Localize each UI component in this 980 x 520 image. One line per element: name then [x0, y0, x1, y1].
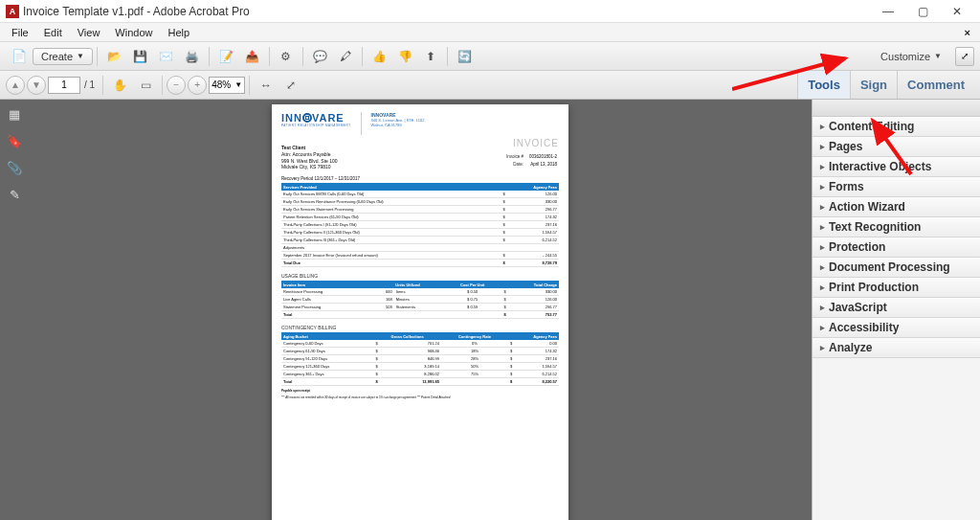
services-table: Services ProvidedAgency Fees Early Out S… [281, 183, 559, 267]
logo: INNVARE [281, 112, 351, 124]
panel-document-processing[interactable]: ▸Document Processing [813, 258, 980, 278]
toolbar-secondary: ▲ ▼ / 1 ✋ ▭ − + 48%▼ ↔ ⤢ Tools Sign Comm… [0, 71, 980, 100]
close-button[interactable]: ✕ [940, 1, 974, 22]
acrobat-icon: A [6, 5, 19, 18]
edit-doc-icon[interactable]: 📝 [215, 46, 237, 67]
bookmarks-icon[interactable]: 🔖 [6, 132, 23, 149]
page-total-label: / 1 [80, 79, 99, 90]
hand-tool-icon[interactable]: ✋ [109, 75, 131, 96]
thumbnails-icon[interactable]: ▦ [6, 105, 23, 123]
payable-note: Payable upon receipt [281, 390, 559, 394]
signatures-icon[interactable]: ✎ [6, 186, 23, 203]
menu-window[interactable]: Window [107, 25, 160, 40]
menu-edit[interactable]: Edit [36, 25, 70, 40]
menu-file[interactable]: File [4, 25, 36, 40]
menu-view[interactable]: View [70, 25, 108, 40]
tab-tools[interactable]: Tools [797, 71, 850, 99]
contingency-table: Aging BucketGross CollectionsContingency… [281, 332, 559, 386]
fit-width-icon[interactable]: ↔ [256, 75, 277, 96]
chevron-right-icon: ▸ [820, 222, 825, 232]
export-icon[interactable]: 📤 [241, 46, 263, 67]
page-prev-button[interactable]: ▲ [6, 76, 25, 95]
create-button[interactable]: Create▼ [33, 48, 93, 65]
sticky-note-icon[interactable]: 💬 [309, 46, 331, 67]
attachments-icon[interactable]: 📎 [6, 159, 23, 176]
customize-button[interactable]: Customize▼ [873, 49, 949, 64]
invoice-title: INVOICE [513, 138, 559, 148]
panel-forms[interactable]: ▸Forms [813, 177, 980, 197]
chevron-right-icon: ▸ [820, 303, 825, 312]
menubar: File Edit View Window Help × [0, 23, 980, 42]
open-icon[interactable]: 📂 [103, 46, 125, 67]
disclaimer-note: *** All invoices not remitted within 30 … [281, 396, 559, 400]
mail-icon[interactable]: ✉️ [155, 46, 177, 67]
navigation-pane: ▦ 🔖 📎 ✎ [0, 100, 29, 520]
tab-comment[interactable]: Comment [897, 71, 974, 99]
panel-action-wizard[interactable]: ▸Action Wizard [813, 197, 980, 217]
maximize-button[interactable]: ▢ [905, 1, 940, 22]
chevron-right-icon: ▸ [820, 182, 825, 192]
page-next-button[interactable]: ▼ [27, 76, 46, 95]
zoom-out-button[interactable]: − [167, 76, 186, 95]
select-tool-icon[interactable]: ▭ [135, 75, 156, 96]
fit-page-icon[interactable]: ⤢ [280, 75, 301, 96]
panel-pages[interactable]: ▸Pages [813, 137, 980, 157]
thumb-down-icon[interactable]: 👎 [394, 46, 416, 67]
convert-pdf-icon[interactable]: 🔄 [454, 46, 476, 67]
tools-panel: ▸Content Editing ▸Pages ▸Interactive Obj… [812, 100, 980, 520]
usage-table: Invoice ItemUnits UtilizedCost Per UnitT… [281, 281, 559, 319]
company-addr2: Walnut, CA 91789 [371, 123, 425, 127]
chevron-right-icon: ▸ [820, 142, 825, 151]
chevron-right-icon: ▸ [820, 202, 825, 212]
panel-javascript[interactable]: ▸JavaScript [813, 298, 980, 318]
usage-title: USAGE BILLING [281, 273, 559, 279]
minimize-button[interactable]: — [871, 1, 905, 22]
logo-tagline: PATIENT RELATIONSHIP MANAGEMENT [281, 124, 351, 127]
panel-text-recognition[interactable]: ▸Text Recognition [813, 217, 980, 237]
panel-content-editing[interactable]: ▸Content Editing [813, 117, 980, 137]
zoom-in-button[interactable]: + [188, 76, 207, 95]
panel-accessibility[interactable]: ▸Accessibility [813, 318, 980, 338]
print-icon[interactable]: 🖨️ [181, 46, 203, 67]
page-number-input[interactable] [48, 77, 80, 94]
chevron-right-icon: ▸ [820, 162, 825, 171]
zoom-select[interactable]: 48%▼ [209, 77, 245, 94]
chevron-right-icon: ▸ [820, 242, 825, 252]
chevron-right-icon: ▸ [820, 283, 825, 292]
chevron-right-icon: ▸ [820, 262, 825, 272]
gear-icon[interactable]: ⚙ [276, 46, 297, 67]
toolbar-primary: 📄 Create▼ 📂 💾 ✉️ 🖨️ 📝 📤 ⚙ 💬 🖍 👍 👎 ⬆ 🔄 Cu… [0, 42, 980, 71]
window-title: Invoice Template v1.pdf - Adobe Acrobat … [23, 5, 871, 18]
chevron-right-icon: ▸ [820, 323, 825, 332]
panel-interactive-objects[interactable]: ▸Interactive Objects [813, 157, 980, 177]
pdf-page: INNVARE PATIENT RELATIONSHIP MANAGEMENT … [272, 104, 568, 520]
contingency-title: CONTINGENCY BILLING [281, 325, 559, 330]
panel-print-production[interactable]: ▸Print Production [813, 278, 980, 298]
document-viewport[interactable]: INNVARE PATIENT RELATIONSHIP MANAGEMENT … [29, 100, 812, 520]
titlebar: A Invoice Template v1.pdf - Adobe Acroba… [0, 0, 980, 23]
recovery-period: Recovery Period 12/1/2017 – 12/31/2017 [281, 176, 559, 181]
panel-protection[interactable]: ▸Protection [813, 237, 980, 258]
save-icon[interactable]: 💾 [129, 46, 151, 67]
chevron-right-icon: ▸ [820, 343, 825, 352]
tab-sign[interactable]: Sign [850, 71, 897, 99]
thumb-up-icon[interactable]: 👍 [368, 46, 390, 67]
chevron-right-icon: ▸ [820, 122, 825, 131]
highlight-icon[interactable]: 🖍 [335, 46, 356, 67]
panel-analyze[interactable]: ▸Analyze [813, 338, 980, 358]
expand-toolbar-icon[interactable]: ⤢ [955, 47, 974, 66]
tools-panel-header [813, 100, 980, 117]
menu-help[interactable]: Help [160, 25, 197, 40]
upload-icon[interactable]: ⬆ [420, 46, 441, 67]
invoice-meta: Invoice #0036201801-2 Date:April 13, 201… [504, 152, 559, 170]
create-pdf-icon[interactable]: 📄 [8, 46, 31, 67]
menubar-close-icon[interactable]: × [959, 27, 976, 38]
